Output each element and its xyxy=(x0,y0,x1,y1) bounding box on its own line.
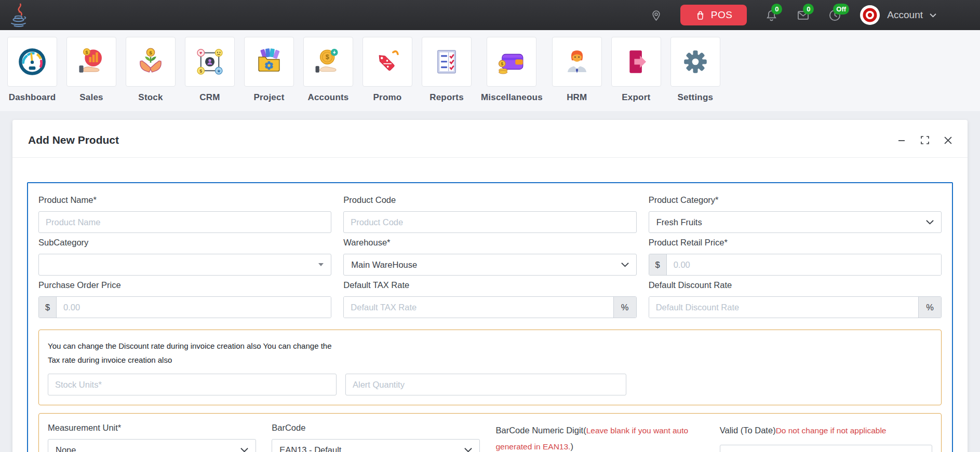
nav-item-settings[interactable]: Settings xyxy=(670,37,720,103)
valid-to-date-input[interactable] xyxy=(720,445,932,452)
target-logo xyxy=(860,5,880,25)
nav-label: Dashboard xyxy=(9,92,56,103)
valid-to-label: Valid (To Date)Do not change if not appl… xyxy=(720,422,932,439)
product-category-label: Product Category* xyxy=(649,195,942,205)
gear-icon xyxy=(680,47,710,77)
measurement-unit-select[interactable]: None xyxy=(48,439,256,452)
purchase-price-label: Purchase Order Price xyxy=(38,280,331,290)
warehouse-label: Warehouse* xyxy=(343,237,636,248)
svg-text:$: $ xyxy=(501,62,504,66)
triangle-down-icon xyxy=(318,263,324,266)
discount-rate-label: Default Discount Rate xyxy=(649,280,942,290)
checklist-icon xyxy=(432,47,462,77)
product-code-input[interactable] xyxy=(343,211,636,233)
warehouse-select[interactable]: Main WareHouse xyxy=(343,254,636,276)
nav-item-promo[interactable]: Promo xyxy=(363,37,412,103)
notifications-badge: 0 xyxy=(771,4,782,15)
chevron-down-icon xyxy=(464,447,472,452)
price-tag-icon xyxy=(372,47,402,77)
discount-rate-input[interactable] xyxy=(649,297,918,318)
chevron-down-icon xyxy=(621,262,629,267)
chevron-down-icon xyxy=(240,447,248,452)
export-door-icon xyxy=(621,47,651,77)
barcode-label: BarCode xyxy=(272,422,480,433)
svg-text:$: $ xyxy=(199,69,202,74)
tax-rate-input[interactable] xyxy=(344,297,613,318)
nav-label: Settings xyxy=(677,92,713,103)
product-form: Product Name* Product Code Product Categ… xyxy=(27,182,953,452)
subcategory-select[interactable] xyxy=(38,254,331,276)
purchase-price-input[interactable] xyxy=(57,297,331,318)
nav-item-sales[interactable]: $ Sales xyxy=(66,37,116,103)
barcode-select[interactable]: EAN13 - Default xyxy=(272,439,480,452)
nav-label: Promo xyxy=(373,92,402,103)
location-pin-icon[interactable] xyxy=(650,9,663,22)
account-label: Account xyxy=(887,9,923,21)
nav-label: Project xyxy=(253,92,284,103)
tax-rate-label: Default TAX Rate xyxy=(343,280,636,290)
pos-button-label: POS xyxy=(711,9,733,21)
nav-label: Reports xyxy=(429,92,464,103)
subcategory-label: SubCategory xyxy=(38,237,331,248)
svg-text:♥: ♥ xyxy=(199,50,202,56)
nav-label: CRM xyxy=(199,92,220,103)
rate-info-box: You can change the Discount rate during … xyxy=(38,330,942,405)
account-menu[interactable]: Account xyxy=(860,5,936,25)
growth-hands-icon: $ xyxy=(136,47,166,77)
percent-suffix: % xyxy=(918,297,941,318)
minimize-icon[interactable] xyxy=(897,136,906,144)
add-product-modal: Add New Product xyxy=(12,120,968,452)
alert-quantity-input[interactable] xyxy=(345,374,626,395)
nav-label: Accounts xyxy=(307,92,348,103)
stock-units-input[interactable] xyxy=(48,374,337,395)
clock-status-badge: Off xyxy=(833,4,849,15)
percent-suffix: % xyxy=(613,297,636,318)
pos-button[interactable]: POS xyxy=(680,5,747,25)
notifications-button[interactable]: 0 xyxy=(764,8,778,22)
retail-price-input[interactable] xyxy=(667,254,941,275)
nav-item-project[interactable]: Project xyxy=(244,37,294,103)
currency-prefix: $ xyxy=(39,297,57,318)
nav-item-dashboard[interactable]: Dashboard xyxy=(7,37,57,103)
sales-chart-hand-icon: $ xyxy=(76,47,106,77)
person-icon xyxy=(562,47,592,77)
crm-network-icon: ♥ $ ★ xyxy=(195,47,225,77)
product-name-input[interactable] xyxy=(38,211,331,233)
nav-item-stock[interactable]: $ Stock xyxy=(126,37,176,103)
nav-item-export[interactable]: Export xyxy=(611,37,661,103)
nav-item-hrm[interactable]: HRM xyxy=(552,37,602,103)
nav-item-crm[interactable]: ♥ $ ★ CRM xyxy=(185,37,235,103)
product-category-select[interactable]: Fresh Fruits xyxy=(649,211,942,233)
clock-button[interactable]: Off xyxy=(828,8,842,22)
topbar: POS 0 0 Off xyxy=(0,0,980,30)
modal-title: Add New Product xyxy=(28,134,119,146)
coin-hand-icon: $ xyxy=(313,47,343,77)
product-code-label: Product Code xyxy=(343,195,636,205)
nav-item-miscellaneous[interactable]: $ Miscellaneous xyxy=(481,37,543,103)
java-logo xyxy=(7,2,30,28)
nav-label: Stock xyxy=(138,92,163,103)
retail-price-label: Product Retail Price* xyxy=(649,237,942,248)
messages-badge: 0 xyxy=(803,4,814,15)
svg-text:$: $ xyxy=(326,53,329,61)
project-folder-icon xyxy=(254,47,284,77)
svg-text:★: ★ xyxy=(217,69,221,74)
messages-button[interactable]: 0 xyxy=(796,8,810,22)
svg-text:$: $ xyxy=(85,50,88,55)
maximize-icon[interactable] xyxy=(921,136,929,144)
gauge-icon xyxy=(17,47,47,77)
barcode-box: Measurement Unit* None BarCode xyxy=(38,413,942,452)
main-nav: Dashboard $ Sales $ xyxy=(0,30,980,111)
currency-prefix: $ xyxy=(649,254,667,275)
close-icon[interactable] xyxy=(944,136,952,144)
svg-text:$: $ xyxy=(149,50,152,56)
product-name-label: Product Name* xyxy=(38,195,331,205)
shopping-bag-icon xyxy=(695,10,706,21)
nav-label: Sales xyxy=(79,92,103,103)
barcode-digit-label: BarCode Numeric Digit(Leave blank if you… xyxy=(495,422,704,452)
nav-item-accounts[interactable]: $ Accounts xyxy=(303,37,353,103)
nav-item-reports[interactable]: Reports xyxy=(422,37,472,103)
nav-label: Export xyxy=(622,92,650,103)
chevron-down-icon xyxy=(926,220,934,225)
rate-info-text: You can change the Discount rate during … xyxy=(48,339,332,367)
